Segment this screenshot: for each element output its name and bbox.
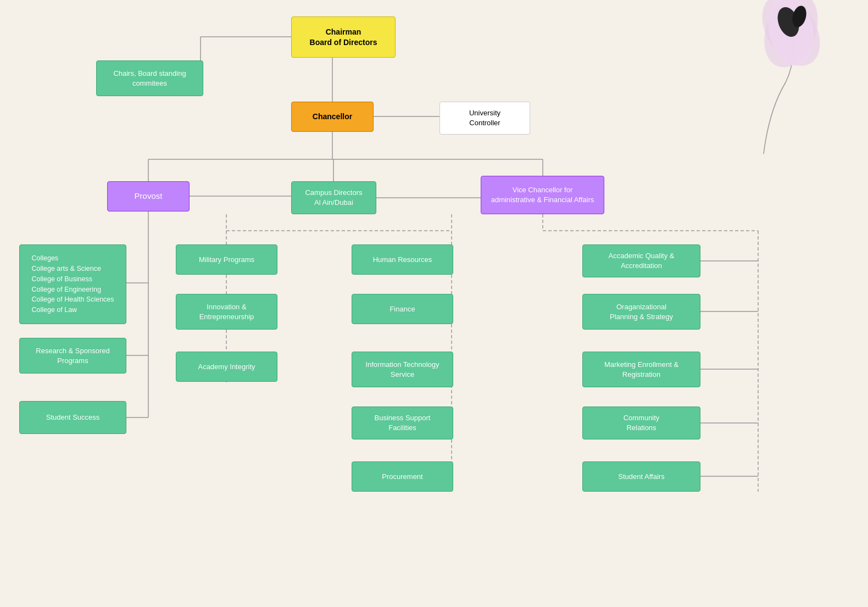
chancellor-label: Chancellor bbox=[313, 112, 352, 122]
provost-label: Provost bbox=[135, 191, 163, 202]
svg-point-40 bbox=[774, 4, 803, 40]
marketing-node: Marketing Enrollment & Registration bbox=[582, 352, 700, 387]
research-label: Research & Sponsored Programs bbox=[36, 346, 109, 365]
chairs-board-label: Chairs, Board standing commitees bbox=[113, 69, 186, 88]
community-label: Community Relations bbox=[624, 413, 660, 432]
campus-directors-node: Campus Directors Al Ain/Dubai bbox=[291, 181, 376, 214]
it-service-label: Information Technology Service bbox=[365, 360, 439, 379]
chairman-node: Chairman Board of Directors bbox=[291, 16, 396, 58]
svg-point-41 bbox=[790, 4, 809, 29]
provost-node: Provost bbox=[107, 181, 190, 211]
student-success-node: Student Success bbox=[19, 401, 126, 434]
org-chart: Chairman Board of Directors Chairs, Boar… bbox=[0, 0, 868, 607]
flower-decoration bbox=[703, 0, 824, 154]
procurement-label: Procurement bbox=[382, 472, 422, 482]
business-support-node: Business Support Facilities bbox=[352, 406, 453, 439]
procurement-node: Procurement bbox=[352, 461, 453, 492]
student-affairs-label: Student Affairs bbox=[618, 472, 664, 482]
org-planning-node: Oraganizational Planning & Strategy bbox=[582, 294, 700, 330]
academy-node: Academy Integrity bbox=[176, 352, 277, 382]
colleges-node: Colleges College arts & Science College … bbox=[19, 244, 126, 324]
uni-controller-node: University Controller bbox=[439, 102, 530, 135]
uni-controller-label: University Controller bbox=[469, 108, 500, 127]
innovation-node: Innovation & Entrepreneurship bbox=[176, 294, 277, 330]
human-resources-label: Human Resources bbox=[373, 255, 432, 265]
svg-point-39 bbox=[763, 0, 819, 69]
finance-label: Finance bbox=[390, 304, 415, 314]
vice-chancellor-label: Vice Chancellor for administrative & Fin… bbox=[491, 185, 594, 204]
finance-node: Finance bbox=[352, 294, 453, 324]
student-success-label: Student Success bbox=[46, 413, 100, 422]
human-resources-node: Human Resources bbox=[352, 244, 453, 275]
military-node: Military Programs bbox=[176, 244, 277, 275]
academic-quality-node: Accademic Quality & Accreditation bbox=[582, 244, 700, 277]
business-support-label: Business Support Facilities bbox=[375, 413, 431, 432]
research-node: Research & Sponsored Programs bbox=[19, 338, 126, 374]
military-label: Military Programs bbox=[199, 255, 254, 265]
svg-point-38 bbox=[755, 0, 824, 75]
vice-chancellor-node: Vice Chancellor for administrative & Fin… bbox=[481, 176, 604, 214]
academic-quality-label: Accademic Quality & Accreditation bbox=[609, 251, 675, 270]
academy-label: Academy Integrity bbox=[198, 362, 255, 372]
colleges-label: Colleges College arts & Science College … bbox=[31, 253, 114, 315]
campus-directors-label: Campus Directors Al Ain/Dubai bbox=[305, 188, 362, 207]
it-service-node: Information Technology Service bbox=[352, 352, 453, 387]
chancellor-node: Chancellor bbox=[291, 102, 374, 132]
community-node: Community Relations bbox=[582, 406, 700, 439]
chairs-board-node: Chairs, Board standing commitees bbox=[96, 60, 203, 96]
marketing-label: Marketing Enrollment & Registration bbox=[604, 360, 678, 379]
org-planning-label: Oraganizational Planning & Strategy bbox=[610, 302, 673, 321]
innovation-label: Innovation & Entrepreneurship bbox=[199, 302, 254, 321]
svg-point-37 bbox=[750, 0, 824, 76]
chairman-label: Chairman Board of Directors bbox=[310, 27, 377, 48]
student-affairs-node: Student Affairs bbox=[582, 461, 700, 492]
